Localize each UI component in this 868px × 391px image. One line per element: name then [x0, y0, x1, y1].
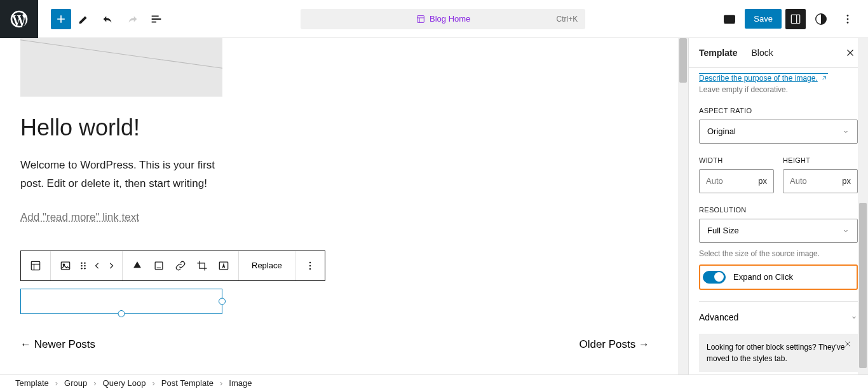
sidebar-tabs: Template Block [689, 38, 868, 68]
chevron-down-icon [850, 313, 858, 321]
svg-rect-5 [791, 15, 799, 23]
canvas-scrollbar[interactable] [678, 38, 688, 374]
undo-icon[interactable] [97, 8, 119, 31]
width-input[interactable]: Auto px [699, 169, 774, 193]
sidebar-content: Describe the purpose of the image. Leave… [689, 68, 868, 374]
resize-handle-east[interactable] [219, 298, 226, 305]
aspect-ratio-select[interactable]: Original [699, 120, 858, 144]
svg-point-27 [309, 268, 311, 270]
alt-text-link[interactable]: Describe the purpose of the image. [699, 73, 828, 83]
svg-rect-14 [61, 262, 69, 270]
wordpress-logo[interactable] [0, 0, 38, 38]
editor-canvas[interactable]: Hello world! Welcome to WordPress. This … [0, 38, 688, 374]
post-content[interactable]: Welcome to WordPress. This is your first… [20, 156, 230, 193]
text-overlay-icon[interactable] [213, 252, 234, 280]
document-title: Blog Home [430, 14, 470, 24]
featured-image-placeholder[interactable] [20, 38, 222, 97]
caption-icon[interactable] [148, 252, 170, 280]
edit-icon[interactable] [72, 8, 95, 31]
sidebar-scrollbar[interactable] [858, 38, 868, 374]
breadcrumb-item[interactable]: Image [229, 378, 252, 388]
svg-point-9 [847, 18, 849, 20]
breadcrumb: Template› Group› Query Loop› Post Templa… [0, 374, 868, 391]
svg-rect-3 [724, 15, 735, 22]
close-sidebar-icon[interactable] [843, 45, 858, 60]
advanced-panel-toggle[interactable]: Advanced [699, 301, 858, 326]
expand-on-click-label: Expand on Click [733, 272, 793, 282]
resolution-select[interactable]: Full Size [699, 219, 858, 243]
breadcrumb-item[interactable]: Group [64, 378, 87, 388]
external-link-icon [820, 74, 828, 82]
add-block-button[interactable] [51, 9, 71, 29]
height-input[interactable]: Auto px [783, 169, 858, 193]
post-title[interactable]: Hello world! [20, 114, 688, 141]
expand-on-click-toggle[interactable] [703, 271, 726, 284]
expand-on-click-row: Expand on Click [699, 264, 858, 290]
breadcrumb-item[interactable]: Query Loop [103, 378, 146, 388]
svg-point-26 [309, 265, 311, 267]
toolbar-right: Save [718, 8, 868, 31]
link-icon[interactable] [170, 252, 191, 280]
svg-point-8 [847, 15, 849, 17]
align-icon[interactable] [126, 252, 148, 280]
toolbar-center: Blog Home Ctrl+K [168, 9, 718, 29]
options-menu-icon[interactable] [836, 8, 859, 31]
template-icon [416, 14, 426, 24]
width-label: Width [699, 156, 774, 164]
chevron-down-icon [842, 128, 850, 135]
top-toolbar: Blog Home Ctrl+K Save [0, 0, 868, 38]
tab-block[interactable]: Block [751, 39, 773, 67]
svg-point-25 [309, 262, 311, 264]
svg-point-10 [847, 22, 849, 24]
svg-point-17 [84, 262, 86, 264]
chevron-down-icon [842, 227, 850, 235]
save-button[interactable]: Save [745, 9, 782, 29]
svg-rect-22 [155, 262, 163, 270]
svg-point-19 [84, 265, 86, 267]
more-options-icon[interactable] [299, 252, 321, 280]
svg-rect-0 [417, 15, 424, 22]
svg-point-16 [81, 262, 83, 264]
drag-handle-icon[interactable] [76, 252, 90, 280]
move-up-icon[interactable] [90, 252, 104, 280]
selected-image-block[interactable] [20, 289, 222, 314]
replace-button[interactable]: Replace [243, 261, 291, 270]
view-icon[interactable] [718, 8, 741, 31]
block-toolbar: Replace [20, 250, 325, 281]
image-block-icon[interactable] [55, 252, 76, 280]
svg-point-20 [81, 268, 83, 270]
height-label: Height [783, 156, 858, 164]
breadcrumb-item[interactable]: Post Template [161, 378, 214, 388]
redo-icon[interactable] [121, 8, 144, 31]
svg-point-21 [84, 268, 86, 270]
move-down-icon[interactable] [104, 252, 118, 280]
dismiss-notice-icon[interactable] [841, 338, 854, 350]
settings-panel-toggle[interactable] [785, 9, 806, 29]
alt-text-hint: Leave empty if decorative. [699, 85, 858, 94]
styles-notice: Looking for other block settings? They'v… [699, 334, 858, 372]
svg-rect-11 [31, 261, 39, 270]
resize-handle-south[interactable] [118, 310, 125, 317]
keyboard-shortcut: Ctrl+K [556, 15, 578, 24]
styles-icon[interactable] [810, 8, 832, 31]
toolbar-left [38, 8, 168, 31]
crop-icon[interactable] [191, 252, 213, 280]
read-more-link[interactable]: Add "read more" link text [20, 211, 688, 224]
aspect-ratio-label: Aspect Ratio [699, 107, 858, 114]
breadcrumb-item[interactable]: Template [15, 378, 49, 388]
newer-posts-link[interactable]: ← Newer Posts [20, 338, 95, 351]
tab-template[interactable]: Template [699, 39, 737, 67]
older-posts-link[interactable]: Older Posts → [579, 338, 649, 351]
query-pagination: ← Newer Posts Older Posts → [20, 338, 649, 351]
resolution-label: Resolution [699, 206, 858, 214]
document-overview-icon[interactable] [145, 8, 168, 31]
main-area: Hello world! Welcome to WordPress. This … [0, 38, 868, 374]
settings-sidebar: Template Block Describe the purpose of t… [688, 38, 868, 374]
resolution-help: Select the size of the source image. [699, 249, 858, 258]
svg-point-18 [81, 265, 83, 267]
block-type-icon[interactable] [25, 252, 46, 280]
document-title-bar[interactable]: Blog Home Ctrl+K [301, 9, 585, 29]
